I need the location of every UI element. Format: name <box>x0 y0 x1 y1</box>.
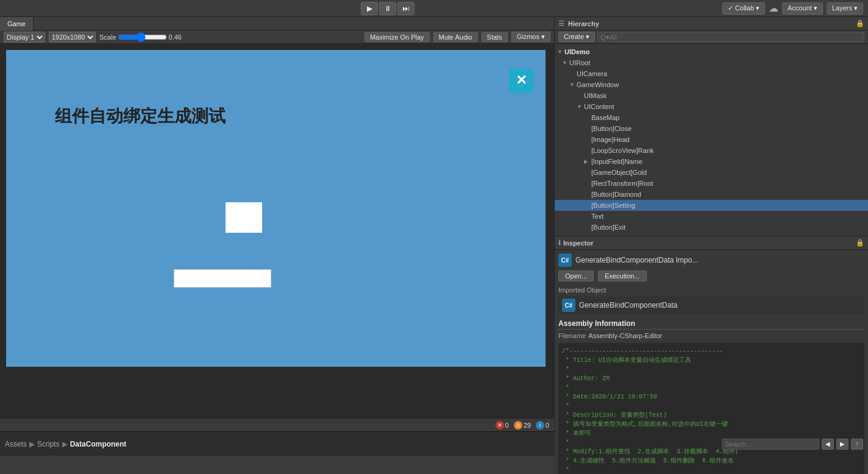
breadcrumb: Assets ▶ Scripts ▶ DataComponent <box>5 440 126 448</box>
assets-breadcrumb[interactable]: Assets <box>5 440 27 448</box>
close-button-x[interactable]: ✕ <box>509 68 533 93</box>
white-square <box>226 202 262 233</box>
game-tab-label: Game <box>7 20 26 27</box>
list-item[interactable]: UICamera <box>555 68 868 79</box>
list-item[interactable]: ▼ UIContent <box>555 101 868 112</box>
scale-area: Scale 0.46 <box>99 34 182 41</box>
cloud-icon[interactable]: ☁ <box>769 2 778 14</box>
layers-button[interactable]: Layers ▾ <box>827 2 863 15</box>
hierarchy-scene-root[interactable]: ▼ UIDemo <box>555 46 868 57</box>
layers-label: Layers ▾ <box>832 4 858 12</box>
filename-label: Filename <box>558 332 586 339</box>
nav-forward-button[interactable]: ▶ <box>836 439 848 450</box>
list-item[interactable]: [GameObject]Gold <box>555 167 868 178</box>
gizmos-button[interactable]: Gizmos ▾ <box>511 32 550 42</box>
info-count: 0 <box>546 422 549 429</box>
imported-object-row: C# GenerateBindComponentData <box>558 296 864 314</box>
list-item[interactable]: [Button]Diamond <box>555 189 868 200</box>
filename-value: Assembly-CSharp-Editor <box>588 332 662 339</box>
hierarchy-search-input[interactable] <box>597 32 864 42</box>
game-status-bar: ✕ 0 ⚠ 29 i 0 <box>0 418 554 431</box>
assembly-filename-row: Filename Assembly-CSharp-Editor <box>558 332 864 339</box>
inspector-script-name: GenerateBindComponentData Impo... <box>575 256 864 264</box>
info-icon: i <box>536 421 544 430</box>
collab-button[interactable]: ✓ Collab ▾ <box>722 2 765 15</box>
error-icon: ✕ <box>496 421 504 430</box>
right-panels: ☰ Hierarchy 🔒 Create ▾ ▼ UIDemo ▼ UIRoot <box>555 17 868 431</box>
list-item[interactable]: BaseMap <box>555 112 868 123</box>
playback-controls: ▶ ⏸ ⏭ <box>361 2 414 15</box>
list-item[interactable]: [Image]Head <box>555 134 868 145</box>
list-item[interactable]: ▼ UIRoot <box>555 57 868 68</box>
cs-badge-label: C# <box>561 257 569 264</box>
list-item[interactable]: UIMask <box>555 90 868 101</box>
scale-slider[interactable] <box>118 34 167 41</box>
inspector-actions: Open... Execution... <box>558 271 864 281</box>
data-component-breadcrumb: DataComponent <box>70 440 127 448</box>
info-badge: i 0 <box>536 421 549 430</box>
game-panel: Game Display 1 1920x1080 Scale 0.46 Maxi… <box>0 17 555 431</box>
warning-icon: ⚠ <box>514 421 522 430</box>
inspector-lock-icon[interactable]: 🔒 <box>856 239 864 247</box>
scripts-breadcrumb[interactable]: Scripts <box>37 440 60 448</box>
code-block: /*--------------------------------------… <box>558 343 864 474</box>
game-canvas: 组件自动绑定生成测试 ✕ <box>6 50 546 367</box>
display-select[interactable]: Display 1 <box>4 32 45 43</box>
nav-back-button[interactable]: ◀ <box>822 439 834 450</box>
inspector-icon: ℹ <box>558 239 561 247</box>
list-item[interactable]: ▶ [InputField]Name <box>555 156 868 167</box>
breadcrumb-sep-2: ▶ <box>62 440 68 448</box>
mute-audio-button[interactable]: Mute Audio <box>433 32 478 42</box>
scene-root-label: UIDemo <box>564 48 590 55</box>
error-badge: ✕ 0 <box>496 421 509 430</box>
hierarchy-icon: ☰ <box>558 19 564 27</box>
pause-button[interactable]: ⏸ <box>379 2 396 15</box>
list-item[interactable]: [RectTransform]Root <box>555 178 868 189</box>
nav-up-button[interactable]: ↑ <box>851 439 863 450</box>
list-item[interactable]: [Button]Exit <box>555 222 868 233</box>
collab-check-icon: ✓ <box>728 4 733 12</box>
warning-count: 29 <box>524 422 531 429</box>
list-item[interactable]: Text <box>555 211 868 222</box>
account-button[interactable]: Account ▾ <box>782 2 823 15</box>
inspector-title: Inspector <box>563 239 594 247</box>
list-item[interactable]: [RectTransform]Parent <box>555 233 868 236</box>
execution-button[interactable]: Execution... <box>598 271 646 281</box>
play-button[interactable]: ▶ <box>361 2 378 15</box>
imported-cs-badge: C# <box>562 299 575 312</box>
main-area: Game Display 1 1920x1080 Scale 0.46 Maxi… <box>0 17 868 431</box>
assembly-info-title: Assembly Information <box>558 319 864 330</box>
imported-object-label: Imported Object <box>558 286 864 294</box>
top-toolbar: ▶ ⏸ ⏭ ✓ Collab ▾ ☁ Account ▾ Layers ▾ <box>0 0 868 17</box>
scale-value: 0.46 <box>169 34 182 41</box>
list-item[interactable]: [Button]Close <box>555 123 868 134</box>
hierarchy-create-button[interactable]: Create ▾ <box>558 32 595 42</box>
step-button[interactable]: ⏭ <box>397 2 414 15</box>
maximize-on-play-button[interactable]: Maximize On Play <box>365 32 430 42</box>
hierarchy-panel: ☰ Hierarchy 🔒 Create ▾ ▼ UIDemo ▼ UIRoot <box>555 17 868 236</box>
list-item[interactable]: [Button]Setting <box>555 200 868 211</box>
input-field-box[interactable] <box>174 269 271 288</box>
hierarchy-title: Hierarchy <box>568 20 599 27</box>
collab-label: Collab ▾ <box>735 4 760 12</box>
pause-icon: ⏸ <box>384 4 391 13</box>
scene-expand-icon: ▼ <box>557 49 564 55</box>
list-item[interactable]: [LoopScroView]Rank <box>555 145 868 156</box>
play-icon: ▶ <box>367 4 372 13</box>
imported-cs-label: C# <box>565 302 573 309</box>
stats-button[interactable]: Stats <box>482 32 508 42</box>
imported-object-name: GenerateBindComponentData <box>579 301 677 310</box>
game-tab[interactable]: Game <box>0 17 34 30</box>
warning-badge: ⚠ 29 <box>514 421 531 430</box>
hierarchy-lock-icon[interactable]: 🔒 <box>856 19 864 27</box>
open-button[interactable]: Open... <box>558 271 594 281</box>
game-viewport: 组件自动绑定生成测试 ✕ <box>0 44 554 418</box>
resolution-select[interactable]: 1920x1080 <box>49 32 96 43</box>
bottom-nav: ◀ ▶ ↑ <box>722 439 863 450</box>
error-count: 0 <box>505 422 509 429</box>
inspector-title-area: C# GenerateBindComponentData Impo... <box>558 253 864 267</box>
hierarchy-tree: ▼ UIDemo ▼ UIRoot UICamera ▼ GameWindow <box>555 44 868 236</box>
list-item[interactable]: ▼ GameWindow <box>555 79 868 90</box>
code-line: /*--------------------------------------… <box>562 348 739 474</box>
bottom-search-input[interactable] <box>722 439 819 450</box>
